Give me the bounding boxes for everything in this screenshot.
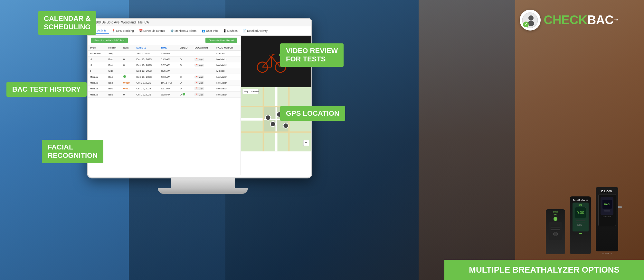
- svg-text:✓: ✓: [524, 22, 527, 27]
- nav-userinfo[interactable]: 👥 User Info: [199, 28, 220, 34]
- device-blow: BLOW BAC GOBER 70 GOBER 70: [596, 187, 618, 254]
- callout-gps-box: GPS LOCATION: [280, 106, 345, 121]
- table-row: Manual Bac 0.031 Oct 21, 2023 9:11 PM ⊙ …: [88, 86, 241, 92]
- map-link[interactable]: 📍Map: [194, 76, 204, 78]
- svg-rect-44: [604, 210, 610, 212]
- callout-calendar-box: CALENDAR & SCHEDULING: [38, 11, 96, 35]
- callout-video-review: VIDEO REVIEW FOR TESTS: [280, 43, 344, 67]
- logo-text: CHECKBAC™: [544, 13, 618, 27]
- svg-text:+: +: [305, 140, 307, 145]
- logo-icon: ✓: [520, 10, 541, 31]
- devices-container: CHEC BAC Breathalyzer BAC 0.00 BLOW →: [546, 187, 618, 254]
- callout-breathalyzer: MULTIPLE BREATHALYZER OPTIONS: [444, 260, 644, 280]
- device-body-1: CHEC BAC: [546, 209, 565, 254]
- col-video: VIDEO: [178, 45, 193, 51]
- col-result: Result: [107, 45, 121, 51]
- screen-main: Send Immediate BAC Test Generate User Re…: [88, 36, 241, 175]
- svg-text:BAC: BAC: [604, 203, 610, 206]
- nav-detailed[interactable]: 📄 Detailed Activity: [240, 28, 270, 34]
- svg-point-35: [283, 123, 288, 128]
- map-link[interactable]: 📍Map: [194, 93, 204, 96]
- callout-calendar: CALENDAR & SCHEDULING: [38, 11, 96, 35]
- col-location: LOCATION: [193, 45, 214, 51]
- logo-container: ✓ CHECKBAC™: [520, 10, 618, 31]
- btn-generate-report[interactable]: Generate User Report: [205, 38, 237, 43]
- map-link[interactable]: 📍Map: [194, 87, 204, 90]
- nav-schedule[interactable]: 📅 Schedule Events: [137, 28, 168, 34]
- table-row: Manual Bac Dec 13, 2023 5:33 AM ⊙ 📍Map N…: [88, 74, 241, 80]
- map-link[interactable]: 📍Map: [194, 64, 204, 67]
- col-bac: BAC: [121, 45, 135, 51]
- svg-text:Map: Map: [244, 90, 249, 93]
- device-body-3: BLOW BAC GOBER 70: [596, 187, 618, 251]
- svg-point-1: [528, 15, 534, 21]
- callout-facial-box: FACIAL RECOGNITION: [42, 140, 103, 163]
- callout-bac-box: BAC TEST HISTORY: [6, 82, 87, 97]
- nav-devices[interactable]: 📱 Devices: [220, 28, 240, 34]
- device-body-2: Breathalyzer BAC 0.00 BLOW →: [570, 196, 591, 254]
- activity-table: Type Result BAC DATE ▲ TIME VIDEO LOCATI…: [88, 45, 241, 98]
- col-type: Type: [88, 45, 107, 51]
- table-row: Manual Bac 0.019 Oct 21, 2023 10:16 PM ⊙…: [88, 80, 241, 86]
- svg-point-33: [270, 122, 276, 127]
- table-row: Schedule Skip Jan 3, 2024 4:40 PM Missed: [88, 51, 241, 57]
- callout-gps: GPS LOCATION: [280, 106, 345, 121]
- device-breathalyzer: Breathalyzer BAC 0.00 BLOW →: [570, 196, 591, 254]
- table-row: al Bac 0 Dec 13, 2023 5:43 AM ⊙ 📍Map No …: [88, 57, 241, 62]
- callout-facial: FACIAL RECOGNITION: [42, 140, 103, 163]
- svg-point-32: [266, 115, 271, 120]
- table-row: al Bac 0 Dec 13, 2023 5:37 AM ⊙ 📍Map No …: [88, 62, 241, 68]
- col-face: FACE MATCH: [214, 45, 241, 51]
- monitor-base: [158, 188, 248, 194]
- callout-breathalyzer-box: MULTIPLE BREATHALYZER OPTIONS: [444, 260, 644, 280]
- nav-monitors[interactable]: ⚙️ Monitors & Alerts: [168, 28, 199, 34]
- screen-body: Send Immediate BAC Test Generate User Re…: [88, 36, 311, 175]
- green-dot-bac: [123, 75, 126, 78]
- monitor-stand: [171, 178, 235, 188]
- callout-video-box: VIDEO REVIEW FOR TESTS: [280, 43, 344, 67]
- screen-nav: 📋 Activity 📍 GPS Tracking 📅 Schedule Eve…: [88, 26, 311, 36]
- map-link[interactable]: 📍Map: [194, 58, 204, 61]
- table-row: Manual Bac 0 Oct 21, 2023 8:38 PM ⊙ 📍Map…: [88, 92, 241, 98]
- btn-immediate-bac[interactable]: Send Immediate BAC Test: [91, 38, 128, 43]
- table-row: c Skip Dec 13, 2023 5:35 AM Missed: [88, 68, 241, 74]
- device-checkbac: CHEC BAC: [546, 209, 565, 254]
- callout-bac-history: BAC TEST HISTORY: [6, 82, 87, 97]
- col-time: TIME: [159, 45, 178, 51]
- svg-point-2: [528, 21, 534, 26]
- nav-gps[interactable]: 📍 GPS Tracking: [109, 28, 137, 34]
- device-nozzle: [618, 206, 622, 208]
- screen-toolbar: Send Immediate BAC Test Generate User Re…: [88, 36, 241, 45]
- monitor-screen: at 100 De Soto Ave, Woodland Hills, CA 📋…: [87, 18, 312, 178]
- svg-text:Satellite: Satellite: [251, 90, 259, 93]
- col-date[interactable]: DATE ▲: [134, 45, 159, 51]
- green-dot-bac2: [183, 93, 185, 95]
- screen-header: at 100 De Soto Ave, Woodland Hills, CA: [88, 19, 311, 26]
- map-link[interactable]: 📍Map: [194, 81, 204, 84]
